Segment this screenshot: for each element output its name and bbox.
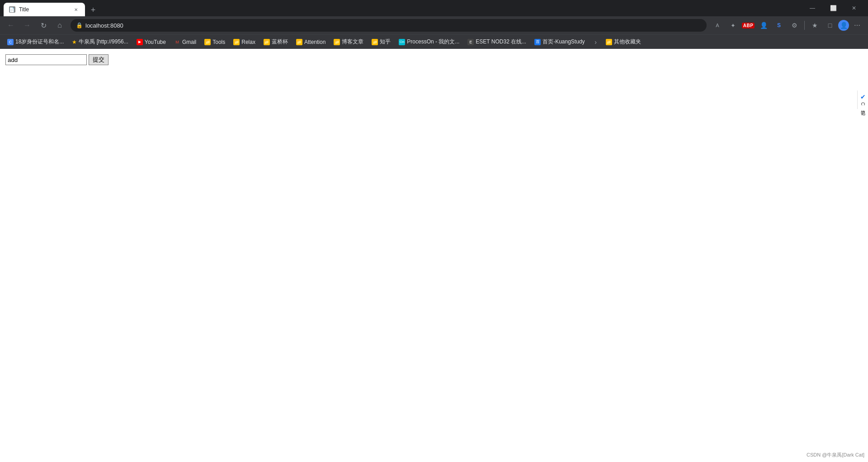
bookmark-item-tools[interactable]: 📁 Tools (201, 38, 229, 47)
tab-title: Title (19, 6, 69, 13)
bookmark-label-2: 牛泉禹 [http://9956... (79, 38, 128, 46)
submit-button[interactable]: 提交 (89, 54, 108, 65)
browser-action-icon: ✦ (731, 22, 736, 29)
bookmark-label-others: 其他收藏夹 (614, 38, 641, 46)
bookmark-item-kuangstudy[interactable]: 首 首页-KuangStudy (531, 37, 588, 47)
browser-chrome: 📄 Title ✕ + — ⬜ ✕ ← → ↻ ⌂ 🔒 localhos (0, 0, 868, 49)
bookmark-icon-relax: 📁 (233, 39, 240, 45)
favorites-button[interactable]: ★ (807, 18, 822, 33)
window-controls: — ⬜ ✕ (802, 0, 864, 16)
more-button[interactable]: ⋯ (850, 18, 864, 33)
bookmark-icon-attention: 📁 (296, 39, 302, 45)
browser-action-button[interactable]: ✦ (726, 18, 740, 33)
footer-watermark: CSDN @牛泉禹[Dark Cat] (807, 452, 864, 458)
nav-divider (804, 21, 805, 30)
bookmarks-more-button[interactable]: › (590, 37, 601, 48)
profile-avatar[interactable]: 👤 (838, 20, 849, 31)
home-icon: ⌂ (57, 21, 62, 29)
bookmarks-bar: C 18岁身份证号和名... ★ 牛泉禹 [http://9956... ▶ Y… (0, 34, 868, 49)
maximize-button[interactable]: ⬜ (823, 0, 844, 16)
form-area: 提交 (5, 54, 863, 65)
bookmark-item-relax[interactable]: 📁 Relax (230, 38, 259, 47)
tab-favicon: 📄 (9, 6, 15, 13)
bookmark-label-lanqiao: 蓝桥杯 (272, 38, 288, 46)
settings-icon: ⚙ (792, 22, 797, 29)
address-bar[interactable]: 🔒 localhost:8080 (71, 19, 707, 32)
minimize-button[interactable]: — (802, 0, 823, 16)
s2-icon: S (777, 22, 781, 29)
tab-close-button[interactable]: ✕ (72, 6, 80, 13)
bookmark-icon-1: C (7, 39, 14, 45)
title-bar: 📄 Title ✕ + — ⬜ ✕ (0, 0, 868, 16)
bookmark-label-blog: 博客文章 (342, 38, 363, 46)
navigation-bar: ← → ↻ ⌂ 🔒 localhost:8080 A ✦ ABP 👤 (0, 16, 868, 34)
bookmark-label-eset: ESET NOD32 在线... (476, 38, 526, 46)
bookmark-icon-tools: 📁 (204, 39, 211, 45)
bookmark-icon-youtube: ▶ (137, 39, 143, 45)
bookmark-item-2[interactable]: ★ 牛泉禹 [http://9956... (68, 37, 132, 47)
bookmark-icon-2: ★ (72, 39, 77, 45)
bookmark-icon-processon: On (399, 39, 405, 45)
bookmark-item-eset[interactable]: E ESET NOD32 在线... (464, 37, 530, 47)
ext1-button[interactable]: 👤 (756, 18, 771, 33)
collections-icon: □ (828, 22, 832, 29)
bookmark-label-gmail: Gmail (182, 39, 196, 45)
bookmark-label-kuangstudy: 首页-KuangStudy (542, 38, 585, 46)
bookmark-icon-eset: E (467, 39, 474, 45)
new-tab-button[interactable]: + (87, 4, 99, 16)
bookmark-icon-lanqiao: 📁 (264, 39, 270, 45)
bookmark-item-blog[interactable]: 📁 博客文章 (330, 37, 367, 47)
bookmark-item-others[interactable]: 📁 其他收藏夹 (602, 37, 645, 47)
ext1-icon: 👤 (760, 22, 768, 29)
bookmark-item-attention[interactable]: 📁 Attention (292, 38, 329, 47)
tab-bar: 📄 Title ✕ + (4, 0, 802, 16)
bookmark-label-youtube: YouTube (145, 39, 166, 45)
page-content: 提交 (0, 49, 868, 462)
refresh-button[interactable]: ↻ (36, 18, 51, 33)
bookmark-icon-zhihu: 📁 (372, 39, 378, 45)
abp-button[interactable]: ABP (741, 18, 755, 33)
bookmark-label-1: 18岁身份证号和名... (15, 38, 64, 46)
abp-badge: ABP (742, 23, 755, 29)
bookmark-item-lanqiao[interactable]: 📁 蓝桥杯 (260, 37, 292, 47)
bookmark-label-attention: Attention (304, 39, 326, 45)
translate-icon-button[interactable]: A (710, 18, 725, 33)
bookmark-label-zhihu: 知乎 (380, 38, 391, 46)
bookmark-item-processon[interactable]: On ProcessOn - 我的文... (395, 37, 463, 47)
forward-icon: → (24, 21, 31, 29)
back-button[interactable]: ← (4, 18, 18, 33)
close-button[interactable]: ✕ (844, 0, 864, 16)
nav-right-icons: A ✦ ABP 👤 S ⚙ ★ □ (710, 18, 864, 33)
active-tab[interactable]: 📄 Title ✕ (4, 3, 85, 16)
bookmark-icon-others: 📁 (606, 39, 612, 45)
side-panel-text-c[interactable]: C (860, 102, 865, 105)
refresh-icon: ↻ (41, 21, 47, 30)
translate-icon: A (716, 23, 719, 28)
add-input[interactable] (5, 54, 87, 65)
collections-button[interactable]: □ (823, 18, 837, 33)
bookmark-item-gmail[interactable]: M Gmail (170, 38, 200, 47)
bookmark-icon-kuangstudy: 首 (534, 39, 541, 45)
star-icon: ★ (812, 22, 818, 29)
bookmark-item-1[interactable]: C 18岁身份证号和名... (4, 37, 67, 47)
forward-button[interactable]: → (20, 18, 34, 33)
bookmark-item-zhihu[interactable]: 📁 知乎 (368, 37, 394, 47)
bookmark-icon-gmail: M (174, 39, 180, 45)
side-panel: ✔ C 笔 记 (857, 90, 868, 109)
lock-icon: 🔒 (76, 22, 83, 29)
bookmark-label-relax: Relax (241, 39, 255, 45)
profile-icon: 👤 (840, 22, 848, 29)
home-button[interactable]: ⌂ (52, 18, 67, 33)
bookmark-label-processon: ProcessOn - 我的文... (407, 38, 459, 46)
bookmark-label-tools: Tools (212, 39, 225, 45)
s2-button[interactable]: S (772, 18, 786, 33)
back-icon: ← (7, 21, 14, 29)
chevron-right-icon: › (594, 38, 597, 46)
checkmark-icon: ✔ (860, 93, 866, 100)
side-panel-icon[interactable]: ✔ (859, 92, 868, 101)
bookmark-icon-blog: 📁 (334, 39, 340, 45)
bookmark-item-youtube[interactable]: ▶ YouTube (133, 38, 170, 47)
settings-button[interactable]: ⚙ (787, 18, 802, 33)
more-icon: ⋯ (854, 22, 860, 29)
address-bar-text: localhost:8080 (85, 22, 701, 29)
